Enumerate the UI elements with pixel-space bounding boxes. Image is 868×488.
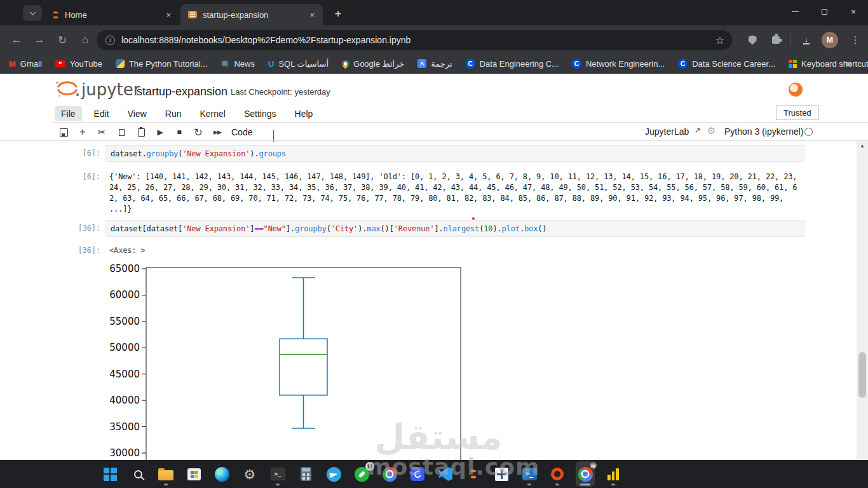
- home-button[interactable]: ⌂: [76, 31, 94, 49]
- add-cell-button[interactable]: +: [75, 126, 90, 139]
- browser-menu-button[interactable]: ⋮: [846, 31, 864, 49]
- scrollbar-thumb[interactable]: [858, 352, 866, 398]
- save-button[interactable]: [56, 126, 71, 139]
- code-cell-input[interactable]: dataset[dataset['New Expansion'] == "New…: [105, 220, 804, 237]
- bookmark-youtube[interactable]: YouTube: [55, 59, 102, 69]
- reload-button[interactable]: ↻: [53, 31, 71, 49]
- paste-cell-button[interactable]: [133, 126, 149, 139]
- scroll-up-arrow[interactable]: ▲: [860, 143, 865, 149]
- menu-file[interactable]: File: [55, 106, 82, 121]
- bookmark-news[interactable]: News: [220, 59, 255, 69]
- taskbar-telegram[interactable]: [324, 461, 343, 487]
- vscode-icon: [438, 467, 452, 481]
- taskbar-whatsapp[interactable]: 11: [352, 461, 371, 487]
- taskbar-microsoft-store[interactable]: [184, 461, 203, 487]
- taskbar-edge[interactable]: [212, 461, 231, 487]
- divider: [0, 140, 868, 141]
- close-window-button[interactable]: ×: [839, 0, 868, 24]
- site-info-icon[interactable]: i: [105, 36, 115, 45]
- edge-icon: [215, 467, 229, 482]
- toolbar-divider: [790, 34, 790, 46]
- tab-search-button[interactable]: [23, 5, 42, 21]
- code-cell-input[interactable]: dataset.groupby('New Expansion').groups: [105, 145, 804, 162]
- scrollbar[interactable]: ▲: [857, 141, 868, 460]
- terminal-icon: >_: [271, 468, 285, 480]
- bookmark-sql[interactable]: USQL أساسيات: [268, 59, 329, 69]
- minimize-button[interactable]: [780, 0, 810, 24]
- taskbar-vscode[interactable]: [436, 461, 455, 487]
- coursera-icon: C: [572, 59, 581, 69]
- bookmark-translate[interactable]: Aترجمة: [417, 59, 452, 69]
- kernel-name[interactable]: Python 3 (ipykernel): [724, 126, 804, 137]
- jupyter-icon: [469, 470, 478, 478]
- jupyterlab-link[interactable]: JupyterLab: [645, 126, 689, 137]
- profile-avatar[interactable]: M: [822, 32, 838, 48]
- taskbar-search[interactable]: [128, 461, 147, 487]
- cell-output-text: {'New': [140, 141, 142, 143, 144, 145, 1…: [109, 172, 859, 215]
- restart-run-all-button[interactable]: ▶▶: [210, 126, 225, 139]
- coursera-icon: C: [678, 59, 688, 69]
- address-bar[interactable]: i localhost:8889/notebooks/Desktop%2Fdem…: [97, 30, 732, 50]
- new-tab-button[interactable]: +: [330, 6, 346, 22]
- bookmark-gmail[interactable]: MGmail: [9, 59, 42, 69]
- restart-kernel-button[interactable]: ↻: [191, 126, 206, 139]
- cell-type-dropdown[interactable]: Code: [231, 127, 252, 137]
- menu-edit[interactable]: Edit: [88, 106, 116, 121]
- chevron-down-icon: [29, 9, 36, 15]
- taskbar-terminal[interactable]: >_: [268, 461, 287, 487]
- gear-icon[interactable]: ⚙: [707, 125, 715, 137]
- input-prompt: [36]:: [55, 224, 100, 233]
- bookmark-star-icon[interactable]: ☆: [715, 34, 724, 46]
- boxplot-chart: 3000035000400004500050000550006000065000: [0, 261, 857, 460]
- taskbar-tableau[interactable]: [492, 461, 511, 487]
- bookmark-keyboard-shortcuts[interactable]: Keyboard shortcuts...: [789, 59, 868, 69]
- start-button[interactable]: [100, 461, 119, 487]
- bookmark-network-engineering[interactable]: CNetwork Engineerin...: [572, 59, 665, 69]
- taskbar-chrome[interactable]: [380, 461, 399, 487]
- copy-cell-button[interactable]: [114, 126, 129, 139]
- taskbar-powerbi[interactable]: [604, 461, 623, 487]
- maximize-button[interactable]: [810, 0, 839, 24]
- back-button[interactable]: ←: [8, 31, 25, 49]
- minimize-icon: [792, 11, 799, 13]
- copy-icon: [119, 129, 125, 136]
- taskbar-calculator[interactable]: [296, 461, 315, 487]
- taskbar-coinmarketcap[interactable]: [408, 461, 427, 487]
- jupyter-notebook-page: jupyter startup-expansion Last Checkpoin…: [0, 74, 868, 460]
- notebook-title[interactable]: startup-expansion: [137, 85, 227, 98]
- menu-run[interactable]: Run: [159, 106, 188, 121]
- taskbar-settings[interactable]: ⚙: [240, 461, 259, 487]
- downloads-button[interactable]: ↓: [797, 31, 815, 49]
- notebook-favicon-icon: [188, 11, 197, 18]
- adblock-extension-button[interactable]: [743, 31, 761, 49]
- jupyter-brand: jupyter: [81, 80, 140, 99]
- bookmark-data-engineering[interactable]: CData Engineering C...: [466, 59, 559, 69]
- bookmark-python-tutorial[interactable]: The Python Tutorial...: [116, 59, 208, 69]
- cut-cell-button[interactable]: ✂: [94, 126, 109, 139]
- trusted-button[interactable]: Trusted: [776, 105, 819, 120]
- bookmark-google-maps[interactable]: Google خرائط: [342, 59, 404, 69]
- microsoft-icon: [789, 60, 797, 68]
- close-tab-icon[interactable]: ×: [308, 10, 316, 20]
- menu-help[interactable]: Help: [288, 106, 320, 121]
- bookmark-data-science-career[interactable]: CData Science Career...: [678, 59, 775, 69]
- tab-startup-expansion[interactable]: startup-expansion ×: [180, 4, 323, 25]
- windows-start-icon: [104, 468, 117, 481]
- tab-home[interactable]: Home ×: [44, 4, 179, 25]
- extensions-button[interactable]: [767, 31, 785, 49]
- taskbar-file-explorer[interactable]: [156, 461, 175, 487]
- menu-kernel[interactable]: Kernel: [193, 106, 231, 121]
- taskbar-powershell[interactable]: >_: [520, 461, 539, 487]
- kernel-status-icon: [804, 128, 813, 136]
- taskbar-office[interactable]: [548, 461, 567, 487]
- run-cell-button[interactable]: ▶: [153, 126, 168, 139]
- taskbar-chrome-active[interactable]: M: [576, 461, 595, 487]
- menu-settings[interactable]: Settings: [238, 106, 283, 121]
- interrupt-kernel-button[interactable]: ■: [172, 126, 187, 139]
- forward-button[interactable]: →: [31, 31, 48, 49]
- close-tab-icon[interactable]: ×: [164, 10, 173, 20]
- menu-view[interactable]: View: [121, 106, 153, 121]
- taskbar-jupyter[interactable]: [464, 461, 483, 487]
- bookmarks-overflow-button[interactable]: »: [846, 58, 851, 69]
- url-text[interactable]: localhost:8889/notebooks/Desktop%2Fdemo%…: [121, 35, 709, 45]
